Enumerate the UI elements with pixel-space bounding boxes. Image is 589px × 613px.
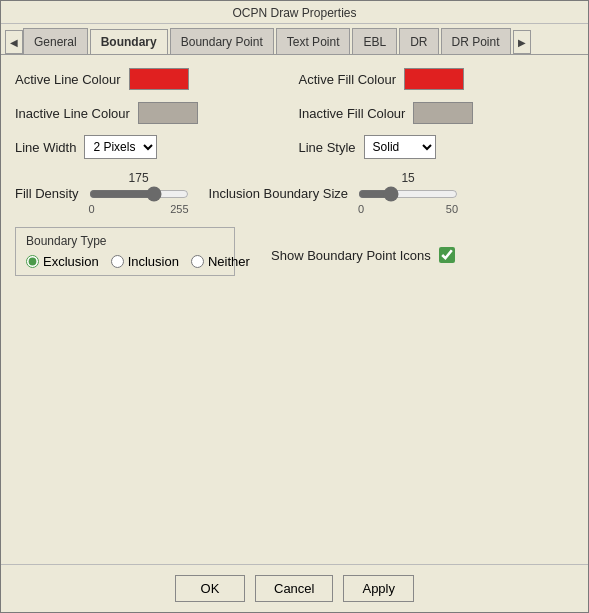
scroll-right-button[interactable]: ▶ xyxy=(513,30,531,54)
boundary-type-title: Boundary Type xyxy=(26,234,224,248)
title-bar: OCPN Draw Properties xyxy=(1,1,588,24)
show-icons-row: Show Boundary Point Icons xyxy=(271,247,455,263)
active-fill-colour-label: Active Fill Colour xyxy=(299,72,397,87)
ok-button[interactable]: OK xyxy=(175,575,245,602)
radio-neither-input[interactable] xyxy=(191,255,204,268)
radio-exclusion[interactable]: Exclusion xyxy=(26,254,99,269)
boundary-type-radio-row: Exclusion Inclusion Neither xyxy=(26,254,224,269)
active-line-colour-label: Active Line Colour xyxy=(15,72,121,87)
show-boundary-point-icons-label: Show Boundary Point Icons xyxy=(271,248,431,263)
tab-dr[interactable]: DR xyxy=(399,28,438,54)
tab-ebl[interactable]: EBL xyxy=(352,28,397,54)
line-style-label: Line Style xyxy=(299,140,356,155)
radio-inclusion-input[interactable] xyxy=(111,255,124,268)
active-fill-colour-swatch[interactable] xyxy=(404,68,464,90)
inclusion-boundary-size-label: Inclusion Boundary Size xyxy=(209,186,348,201)
fill-density-max: 255 xyxy=(170,203,188,215)
radio-neither[interactable]: Neither xyxy=(191,254,250,269)
inactive-fill-colour-label: Inactive Fill Colour xyxy=(299,106,406,121)
inclusion-boundary-size-max: 50 xyxy=(446,203,458,215)
apply-button[interactable]: Apply xyxy=(343,575,414,602)
inclusion-boundary-size-min: 0 xyxy=(358,203,364,215)
radio-inclusion-label: Inclusion xyxy=(128,254,179,269)
inactive-line-colour-swatch[interactable] xyxy=(138,102,198,124)
inclusion-boundary-size-value: 15 xyxy=(401,171,414,185)
tab-content: Active Line Colour Active Fill Colour In… xyxy=(1,55,588,564)
cancel-button[interactable]: Cancel xyxy=(255,575,333,602)
boundary-type-group: Boundary Type Exclusion Inclusion Neithe… xyxy=(15,227,235,276)
fill-density-slider-group: 175 0 255 xyxy=(89,171,189,215)
sliders-row: Fill Density 175 0 255 Inclusion Boundar… xyxy=(15,171,574,215)
boundary-type-row: Boundary Type Exclusion Inclusion Neithe… xyxy=(15,227,574,276)
inclusion-boundary-size-slider[interactable] xyxy=(358,185,458,203)
fill-density-value: 175 xyxy=(129,171,149,185)
tab-boundary[interactable]: Boundary xyxy=(90,29,168,55)
tab-general[interactable]: General xyxy=(23,28,88,54)
tab-boundary-point[interactable]: Boundary Point xyxy=(170,28,274,54)
colour-row-2: Inactive Line Colour Inactive Fill Colou… xyxy=(15,99,574,127)
inactive-line-colour-label: Inactive Line Colour xyxy=(15,106,130,121)
fill-density-min: 0 xyxy=(89,203,95,215)
colour-row-1: Active Line Colour Active Fill Colour xyxy=(15,65,574,93)
line-style-select[interactable]: Solid Dashed Dotted xyxy=(364,135,436,159)
line-width-select[interactable]: 1 Pixel 2 Pixels 3 Pixels 4 Pixels xyxy=(84,135,157,159)
inclusion-boundary-size-slider-group: 15 0 50 xyxy=(358,171,458,215)
radio-neither-label: Neither xyxy=(208,254,250,269)
tab-dr-point[interactable]: DR Point xyxy=(441,28,511,54)
radio-exclusion-input[interactable] xyxy=(26,255,39,268)
fill-density-label: Fill Density xyxy=(15,186,79,201)
show-boundary-point-icons-checkbox[interactable] xyxy=(439,247,455,263)
bottom-bar: OK Cancel Apply xyxy=(1,564,588,612)
radio-inclusion[interactable]: Inclusion xyxy=(111,254,179,269)
fill-density-slider[interactable] xyxy=(89,185,189,203)
content-spacer xyxy=(15,282,574,554)
scroll-left-button[interactable]: ◀ xyxy=(5,30,23,54)
main-window: OCPN Draw Properties ◀ General Boundary … xyxy=(0,0,589,613)
line-width-label: Line Width xyxy=(15,140,76,155)
tabs-row: ◀ General Boundary Boundary Point Text P… xyxy=(1,24,588,55)
radio-exclusion-label: Exclusion xyxy=(43,254,99,269)
inactive-fill-colour-swatch[interactable] xyxy=(413,102,473,124)
window-title: OCPN Draw Properties xyxy=(232,6,356,20)
width-style-row: Line Width 1 Pixel 2 Pixels 3 Pixels 4 P… xyxy=(15,133,574,161)
tab-text-point[interactable]: Text Point xyxy=(276,28,351,54)
active-line-colour-swatch[interactable] xyxy=(129,68,189,90)
